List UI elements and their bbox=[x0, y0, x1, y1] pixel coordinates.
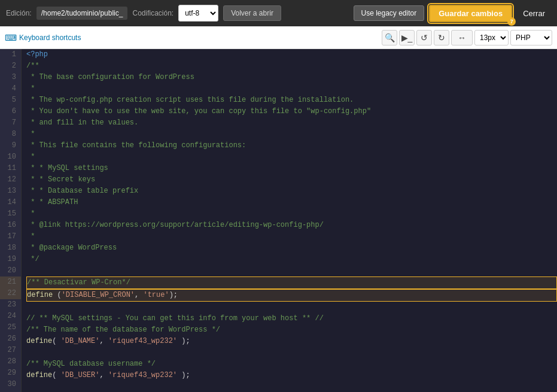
code-line-23 bbox=[26, 302, 557, 313]
code-line-7: * and fill in the values. bbox=[26, 117, 557, 129]
code-line-27 bbox=[26, 347, 557, 358]
terminal-button[interactable]: ▶_ bbox=[399, 30, 415, 45]
code-line-13: * * Database table prefix bbox=[26, 186, 557, 197]
code-line-16: * @link https://wordpress.org/support/ar… bbox=[26, 220, 557, 231]
cerrar-button[interactable]: Cerrar bbox=[517, 6, 551, 21]
file-path: /home2/tudominio/public_ bbox=[36, 7, 128, 20]
code-line-11: * * MySQL settings bbox=[26, 163, 557, 174]
editor-tools: 🔍 ▶_ ↺ ↻ ↔ 13px 12px 14px 16px PHP JavaS… bbox=[382, 30, 552, 45]
edicion-label: Edición: bbox=[6, 9, 32, 17]
code-line-14: * * ABSPATH bbox=[26, 197, 557, 208]
code-line-2: /** bbox=[26, 60, 557, 72]
code-line-8: * bbox=[26, 129, 557, 140]
code-line-24: // ** MySQL settings - You can get this … bbox=[26, 313, 557, 324]
code-line-6: * You don't have to use the web site, yo… bbox=[26, 106, 557, 117]
font-size-select[interactable]: 13px 12px 14px 16px bbox=[474, 30, 509, 45]
code-line-10: * bbox=[26, 151, 557, 163]
code-line-20 bbox=[26, 265, 557, 276]
top-toolbar: Edición: /home2/tudominio/public_ Codifi… bbox=[0, 0, 557, 26]
code-line-3: * The base configuration for WordPress bbox=[26, 72, 557, 83]
save-badge: 7 bbox=[507, 17, 516, 26]
volver-abrir-button[interactable]: Volver a abrir bbox=[223, 5, 281, 21]
code-line-9: * This file contains the following confi… bbox=[26, 140, 557, 151]
secondary-toolbar: ⌨ Keyboard shortcuts 🔍 ▶_ ↺ ↻ ↔ 13px 12p… bbox=[0, 26, 557, 49]
code-line-22: define ('DISABLE_WP_CRON', 'true'); bbox=[26, 289, 557, 302]
keyboard-shortcuts-label: Keyboard shortcuts bbox=[19, 34, 81, 42]
code-line-30 bbox=[26, 381, 557, 392]
code-line-28: /** MySQL database username */ bbox=[26, 358, 557, 370]
code-line-15: * bbox=[26, 208, 557, 220]
code-line-19: */ bbox=[26, 254, 557, 265]
code-line-17: * bbox=[26, 231, 557, 242]
code-line-25: /** The name of the database for WordPre… bbox=[26, 324, 557, 336]
codificacion-label: Codificación: bbox=[132, 9, 174, 17]
code-line-29: define( 'DB_USER', 'riquef43_wp232' ); bbox=[26, 370, 557, 381]
code-line-26: define( 'DB_NAME', 'riquef43_wp232' ); bbox=[26, 336, 557, 347]
code-line-21: /** Desactivar WP-Cron*/ bbox=[26, 276, 557, 289]
guardar-cambios-button[interactable]: Guardar cambios bbox=[429, 5, 512, 22]
code-content[interactable]: <?php/** * The base configuration for Wo… bbox=[22, 49, 557, 392]
language-select[interactable]: PHP JavaScript CSS HTML bbox=[510, 30, 552, 45]
code-line-4: * bbox=[26, 83, 557, 95]
keyboard-icon: ⌨ bbox=[5, 33, 17, 42]
search-button[interactable]: 🔍 bbox=[382, 30, 397, 45]
redo-button[interactable]: ↻ bbox=[434, 30, 449, 45]
undo-button[interactable]: ↺ bbox=[416, 30, 432, 45]
legacy-editor-button[interactable]: Use legacy editor bbox=[354, 5, 425, 21]
code-line-1: <?php bbox=[26, 49, 557, 60]
code-editor: 1234567891011121314151617181920212223242… bbox=[0, 49, 557, 392]
code-line-12: * * Secret keys bbox=[26, 174, 557, 186]
keyboard-shortcuts-link[interactable]: ⌨ Keyboard shortcuts bbox=[5, 33, 81, 42]
encoding-select[interactable]: utf-8 utf-16 ascii latin-1 bbox=[178, 5, 218, 22]
line-numbers: 1234567891011121314151617181920212223242… bbox=[0, 49, 22, 392]
code-line-18: * @package WordPress bbox=[26, 242, 557, 254]
code-line-5: * The wp-config.php creation script uses… bbox=[26, 95, 557, 106]
wrap-button[interactable]: ↔ bbox=[451, 30, 473, 45]
